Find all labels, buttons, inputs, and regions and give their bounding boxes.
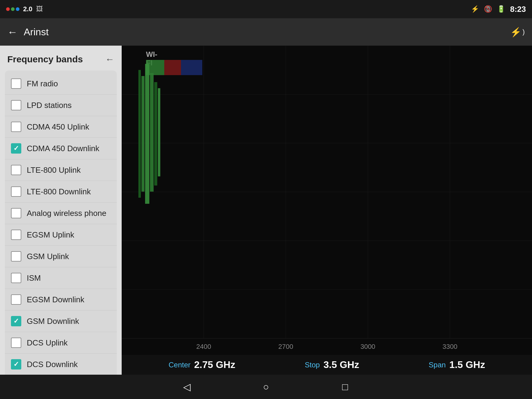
band-label-gsm-uplink: GSM Uplink — [27, 252, 69, 261]
battery-icon: 🔋 — [497, 5, 505, 13]
version-label: 2.0 — [23, 5, 33, 13]
band-label-dcs-uplink: DCS Uplink — [27, 338, 68, 348]
spectrum-area: WI-FI 2400 2700 3000 3300 — [122, 46, 532, 375]
bar-6 — [158, 88, 160, 176]
band-label-fm-radio: FM radio — [27, 79, 58, 88]
band-label-egsm-downlink: EGSM Downlink — [27, 295, 84, 304]
band-item-cdma450-uplink[interactable]: CDMA 450 Uplink — [5, 116, 117, 138]
home-nav-button[interactable]: ○ — [257, 378, 275, 396]
checkbox-fm-radio[interactable] — [11, 78, 21, 89]
band-item-fm-radio[interactable]: FM radio — [5, 73, 117, 95]
band-label-egsm-uplink: EGSM Uplink — [27, 230, 74, 240]
signal-icon: 📵 — [484, 5, 492, 13]
band-label-cdma450-uplink: CDMA 450 Uplink — [27, 122, 89, 132]
sidebar-header: Frequency bands ← — [0, 46, 122, 71]
bar-1 — [138, 70, 141, 198]
span-value: 1.5 GHz — [449, 359, 485, 370]
band-item-dcs-uplink[interactable]: DCS Uplink — [5, 332, 117, 354]
band-label-lpd-stations: LPD stations — [27, 101, 71, 110]
checkbox-egsm-uplink[interactable] — [11, 230, 21, 240]
checkbox-dcs-uplink[interactable] — [11, 338, 21, 348]
band-item-lpd-stations[interactable]: LPD stations — [5, 95, 117, 116]
stop-value: 3.5 GHz — [323, 359, 359, 370]
back-nav-button[interactable]: ◁ — [178, 378, 196, 396]
spectrum-canvas: WI-FI — [122, 46, 532, 338]
center-value: 2.75 GHz — [194, 359, 235, 370]
band-item-lte800-uplink[interactable]: LTE-800 Uplink — [5, 159, 117, 181]
bar-4 — [150, 73, 154, 192]
status-bar: 2.0 🖼 ⚡ 📵 🔋 8:23 — [0, 0, 532, 18]
grid-svg — [122, 46, 532, 338]
recent-nav-button[interactable]: □ — [336, 378, 354, 396]
band-label-ism: ISM — [27, 273, 41, 283]
stop-label: Stop — [305, 361, 320, 369]
status-bar-right: ⚡ 📵 🔋 8:23 — [471, 5, 526, 14]
band-label-lte800-downlink: LTE-800 Downlink — [27, 187, 91, 196]
nav-bar: ◁ ○ □ — [0, 375, 532, 399]
wifi-blue-band — [181, 60, 202, 75]
bluetooth-icon: ⚡ — [510, 27, 521, 37]
checkbox-cdma450-downlink[interactable] — [11, 143, 21, 154]
freq-3300: 3300 — [443, 343, 457, 351]
checkbox-ism[interactable] — [11, 273, 21, 283]
span-label: Span — [429, 361, 446, 369]
checkbox-lpd-stations[interactable] — [11, 100, 21, 110]
app-title: Arinst — [24, 26, 504, 38]
audio-icon: ) — [523, 28, 525, 36]
band-label-cdma450-downlink: CDMA 450 Downlink — [27, 144, 99, 153]
main-content: Frequency bands ← FM radioLPD stationsCD… — [0, 46, 532, 375]
status-bar-left: 2.0 🖼 — [6, 5, 43, 13]
app-bar: ← Arinst ⚡ ) — [0, 18, 532, 46]
band-item-cdma450-downlink[interactable]: CDMA 450 Downlink — [5, 138, 117, 159]
band-label-dcs-downlink: DCS Downlink — [27, 360, 78, 369]
band-item-gsm-uplink[interactable]: GSM Uplink — [5, 246, 117, 267]
checkbox-lte800-downlink[interactable] — [11, 186, 21, 197]
center-label: Center — [169, 361, 190, 369]
checkbox-analog-wireless[interactable] — [11, 208, 21, 218]
band-label-analog-wireless: Analog wireless phone — [27, 209, 106, 218]
time-label: 8:23 — [510, 5, 526, 14]
band-item-egsm-downlink[interactable]: EGSM Downlink — [5, 289, 117, 311]
dot-green — [11, 7, 15, 11]
checkbox-gsm-uplink[interactable] — [11, 251, 21, 262]
sidebar: Frequency bands ← FM radioLPD stationsCD… — [0, 46, 122, 375]
band-label-gsm-downlink: GSM Downlink — [27, 317, 79, 326]
checkbox-cdma450-uplink[interactable] — [11, 122, 21, 132]
back-button[interactable]: ← — [7, 26, 18, 38]
bar-3 — [145, 64, 149, 204]
span-info: Span 1.5 GHz — [429, 359, 485, 370]
photo-icon: 🖼 — [36, 5, 43, 13]
band-label-lte800-uplink: LTE-800 Uplink — [27, 165, 81, 175]
dot-red — [6, 7, 10, 11]
freq-axis: 2400 2700 3000 3300 — [122, 338, 532, 355]
bands-list: FM radioLPD stationsCDMA 450 UplinkCDMA … — [5, 71, 117, 375]
band-item-lte800-downlink[interactable]: LTE-800 Downlink — [5, 181, 117, 203]
bar-5 — [154, 82, 157, 186]
band-item-analog-wireless[interactable]: Analog wireless phone — [5, 203, 117, 224]
info-bar: Center 2.75 GHz Stop 3.5 GHz Span 1.5 GH… — [122, 355, 532, 375]
wifi-red-band — [164, 60, 181, 75]
bluetooth-icon: ⚡ — [471, 5, 479, 13]
center-info: Center 2.75 GHz — [169, 359, 235, 370]
freq-2700: 2700 — [278, 343, 293, 351]
band-item-dcs-downlink[interactable]: DCS Downlink — [5, 354, 117, 375]
stop-info: Stop 3.5 GHz — [305, 359, 359, 370]
sidebar-back-icon[interactable]: ← — [105, 54, 114, 64]
band-item-egsm-uplink[interactable]: EGSM Uplink — [5, 224, 117, 246]
bt-icon-button[interactable]: ⚡ ) — [510, 27, 525, 37]
freq-2400: 2400 — [196, 343, 211, 351]
dot-blue — [16, 7, 19, 11]
band-item-ism[interactable]: ISM — [5, 267, 117, 289]
bar-2 — [141, 76, 144, 192]
sidebar-title: Frequency bands — [7, 54, 83, 64]
checkbox-dcs-downlink[interactable] — [11, 359, 21, 370]
checkbox-egsm-downlink[interactable] — [11, 294, 21, 305]
freq-3000: 3000 — [360, 343, 375, 351]
checkbox-gsm-downlink[interactable] — [11, 316, 21, 326]
band-item-gsm-downlink[interactable]: GSM Downlink — [5, 311, 117, 332]
checkbox-lte800-uplink[interactable] — [11, 165, 21, 175]
